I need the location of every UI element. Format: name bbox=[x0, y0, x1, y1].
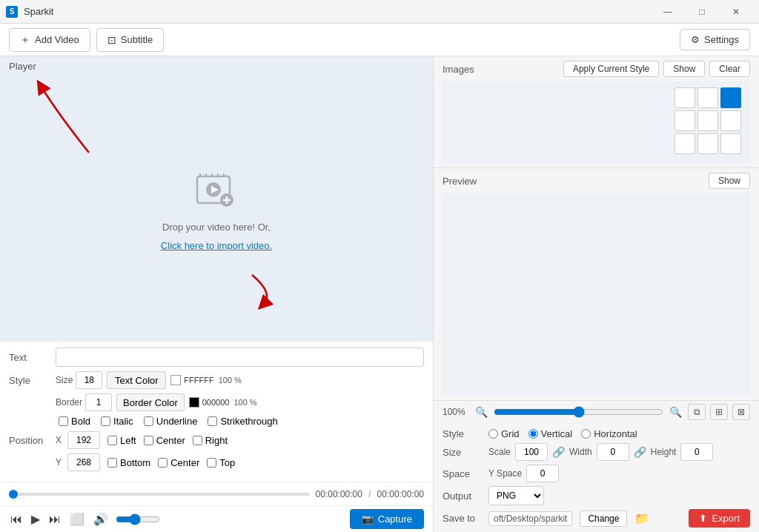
border-group: Border Border Color 000000 100 % bbox=[56, 393, 257, 411]
next-frame-button[interactable]: ⏭ bbox=[47, 511, 62, 528]
center2-checkbox[interactable]: Center bbox=[158, 457, 199, 468]
save-to-label: Save to bbox=[443, 513, 481, 524]
width-label: Width bbox=[569, 447, 592, 457]
zoom-action-3[interactable]: ⊠ bbox=[732, 404, 750, 420]
text-input[interactable] bbox=[56, 348, 424, 367]
vertical-radio[interactable]: Vertical bbox=[528, 428, 573, 439]
export-button[interactable]: ⬆ Export bbox=[689, 509, 750, 528]
center2-input[interactable] bbox=[158, 458, 168, 468]
underline-input[interactable] bbox=[144, 416, 153, 426]
text-color-button[interactable]: Text Color bbox=[107, 371, 166, 389]
pos-left-bottom[interactable] bbox=[675, 133, 695, 154]
change-button[interactable]: Change bbox=[580, 511, 627, 527]
zoom-action-2[interactable]: ⊞ bbox=[710, 404, 728, 420]
zoom-actions: ⧉ ⊞ ⊠ bbox=[688, 404, 750, 420]
y-field: Y bbox=[56, 453, 100, 471]
add-video-button[interactable]: ＋ Add Video bbox=[9, 28, 90, 52]
center-label: Center bbox=[156, 435, 185, 446]
pos-right-bottom[interactable] bbox=[720, 133, 741, 154]
import-link[interactable]: Click here to import video. bbox=[161, 240, 272, 251]
center-checkbox[interactable]: Center bbox=[144, 435, 185, 446]
height-input[interactable] bbox=[680, 443, 713, 461]
timeline-track[interactable] bbox=[9, 493, 310, 496]
right-checkbox[interactable]: Right bbox=[193, 435, 228, 446]
play-button[interactable]: ▶ bbox=[30, 511, 42, 528]
maximize-button[interactable]: □ bbox=[685, 0, 719, 24]
y-input[interactable] bbox=[67, 453, 100, 471]
pos-center-bottom[interactable] bbox=[697, 133, 718, 154]
output-select[interactable]: PNG JPG GIF bbox=[488, 486, 544, 505]
pos-left-middle[interactable] bbox=[675, 110, 695, 131]
settings-icon: ⚙ bbox=[691, 34, 700, 45]
zoom-action-1[interactable]: ⧉ bbox=[688, 404, 706, 420]
border-color-button[interactable]: Border Color bbox=[116, 393, 185, 411]
center-input[interactable] bbox=[144, 436, 153, 445]
vertical-input[interactable] bbox=[528, 429, 538, 439]
width-link-icon[interactable]: 🔗 bbox=[634, 446, 646, 458]
x-input[interactable] bbox=[67, 431, 100, 449]
close-button[interactable]: ✕ bbox=[719, 0, 753, 24]
settings-button[interactable]: ⚙ Settings bbox=[680, 29, 750, 50]
bottom-checkbox[interactable]: Bottom bbox=[107, 457, 150, 468]
pos-center-middle[interactable] bbox=[697, 110, 718, 131]
volume-button[interactable]: 🔊 bbox=[92, 511, 110, 528]
apply-style-button[interactable]: Apply Current Style bbox=[563, 61, 659, 77]
bottom-input[interactable] bbox=[107, 458, 117, 468]
minimize-button[interactable]: — bbox=[651, 0, 685, 24]
pos-right-middle[interactable] bbox=[720, 110, 741, 131]
zoom-out-icon[interactable]: 🔍 bbox=[475, 406, 488, 418]
folder-button[interactable]: 📁 bbox=[634, 511, 649, 525]
controls-area: Text Style Size Text Color FFFFFF bbox=[0, 341, 433, 482]
underline-checkbox[interactable]: Underline bbox=[144, 416, 198, 427]
right-input[interactable] bbox=[193, 436, 202, 445]
width-input[interactable] bbox=[597, 443, 629, 461]
images-show-button[interactable]: Show bbox=[663, 61, 705, 77]
bold-checkbox[interactable]: Bold bbox=[59, 416, 90, 427]
bottom-label: Bottom bbox=[120, 457, 150, 468]
stop-button[interactable]: ⬜ bbox=[68, 511, 86, 528]
x-label: X bbox=[56, 435, 64, 445]
subtitle-button[interactable]: ⊡ Subtitle bbox=[96, 28, 164, 52]
height-label: Height bbox=[651, 447, 677, 457]
top-checkbox[interactable]: Top bbox=[207, 457, 235, 468]
left-checkbox[interactable]: Left bbox=[107, 435, 136, 446]
save-path: oft/Desktop/sparkit bbox=[488, 511, 572, 526]
italic-checkbox[interactable]: Italic bbox=[101, 416, 133, 427]
pos-center-top[interactable] bbox=[697, 87, 718, 108]
volume-slider[interactable] bbox=[116, 513, 160, 525]
images-section: Images Apply Current Style Show Clear bbox=[434, 56, 759, 168]
bold-input[interactable] bbox=[59, 416, 68, 426]
scale-input[interactable] bbox=[515, 443, 548, 461]
scale-link-icon[interactable]: 🔗 bbox=[552, 446, 565, 458]
pos-left-top[interactable] bbox=[675, 87, 695, 108]
text-color-hex: FFFFFF bbox=[184, 376, 213, 385]
border-input[interactable] bbox=[85, 393, 112, 411]
text-color-label: Text Color bbox=[115, 375, 159, 386]
y-space-input[interactable] bbox=[526, 465, 559, 482]
italic-input[interactable] bbox=[101, 416, 110, 426]
horizontal-input[interactable] bbox=[581, 429, 591, 439]
zoom-controls: 100% 🔍 🔍 ⧉ ⊞ ⊠ bbox=[434, 401, 759, 424]
prev-frame-button[interactable]: ⏮ bbox=[9, 511, 24, 528]
strikethrough-checkbox[interactable]: Strikethrough bbox=[208, 416, 277, 427]
top-input[interactable] bbox=[207, 458, 216, 468]
grid-radio[interactable]: Grid bbox=[488, 428, 520, 439]
zoom-in-icon[interactable]: 🔍 bbox=[669, 406, 682, 418]
pos-right-top[interactable] bbox=[720, 87, 741, 108]
left-input[interactable] bbox=[107, 436, 117, 445]
scale-label: Scale bbox=[488, 447, 511, 457]
zoom-slider[interactable] bbox=[494, 406, 663, 418]
capture-button[interactable]: 📷 Capture bbox=[350, 509, 424, 529]
strikethrough-input[interactable] bbox=[208, 416, 217, 426]
images-clear-button[interactable]: Clear bbox=[709, 61, 750, 77]
grid-input[interactable] bbox=[488, 429, 498, 439]
position-group-2: Y Bottom Center Top bbox=[56, 453, 235, 471]
images-actions: Apply Current Style Show Clear bbox=[563, 61, 750, 77]
preview-show-button[interactable]: Show bbox=[709, 173, 750, 189]
horizontal-radio[interactable]: Horizontal bbox=[581, 428, 637, 439]
player-area: Player bbox=[0, 56, 433, 341]
capture-label: Capture bbox=[378, 513, 412, 525]
right-controls: Style Grid Vertical Horizontal bbox=[434, 424, 759, 532]
center2-label: Center bbox=[170, 457, 199, 468]
size-input[interactable] bbox=[76, 371, 102, 389]
